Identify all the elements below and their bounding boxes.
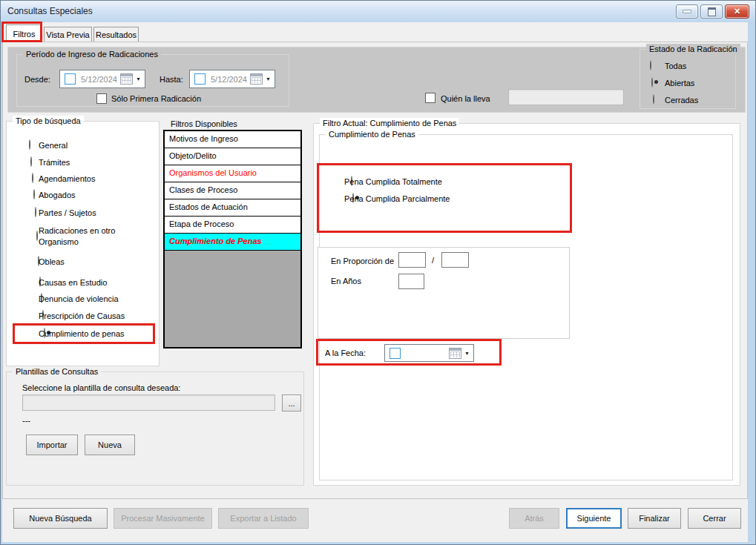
desde-datepicker-checkbox[interactable]: [65, 73, 76, 85]
consultas-especiales-window: Consultas Especiales ✕ Filtros Vista Pre…: [0, 0, 756, 545]
radio-prescripcion-de-causas-label[interactable]: Prescripción de Causas: [39, 311, 125, 322]
list-item-estados-de-actuacion[interactable]: Estados de Actuación: [165, 199, 300, 217]
a-la-fecha-datepicker-checkbox[interactable]: [389, 348, 401, 359]
radio-pena-cumplida-parcialmente-label[interactable]: Pena Cumplida Parcialmente: [344, 194, 450, 205]
tab-vista-previa[interactable]: Vista Previa: [44, 27, 92, 42]
radio-agendamientos-label[interactable]: Agendamientos: [39, 174, 95, 185]
plantilla-input[interactable]: [22, 394, 275, 411]
restore-button[interactable]: [700, 4, 723, 19]
radio-causas-en-estudio-label[interactable]: Causas en Estudio: [39, 277, 107, 288]
importar-button[interactable]: Importar: [26, 435, 78, 455]
tab-resultados-label: Resultados: [96, 30, 137, 39]
dropdown-arrow-icon[interactable]: ▼: [136, 76, 141, 82]
browse-button-label: ...: [288, 399, 295, 408]
solo-primera-label[interactable]: Sólo Primera Radicación: [111, 93, 201, 105]
hasta-label: Hasta:: [160, 74, 183, 85]
close-button[interactable]: ✕: [725, 4, 749, 19]
finalizar-button-label: Finalizar: [639, 514, 670, 523]
radio-todas[interactable]: [650, 60, 651, 70]
radio-general-label[interactable]: General: [39, 140, 68, 151]
radio-cumplimiento-de-penas-label[interactable]: Cumplimiento de penas: [39, 328, 125, 340]
tipo-busqueda-group-title: Tipo de búsqueda: [13, 116, 84, 127]
radio-agendamientos[interactable]: [32, 173, 33, 183]
minimize-icon: [683, 10, 691, 13]
siguiente-button[interactable]: Siguiente: [566, 508, 622, 529]
tab-filtros[interactable]: Filtros: [6, 24, 42, 42]
dropdown-arrow-icon[interactable]: ▼: [464, 351, 470, 356]
tab-resultados[interactable]: Resultados: [93, 27, 139, 42]
hasta-datepicker-checkbox[interactable]: [194, 73, 206, 85]
plantillas-group-title: Plantillas de Consultas: [13, 366, 101, 377]
minimize-button[interactable]: [676, 4, 698, 19]
radio-abiertas[interactable]: [651, 77, 653, 87]
radio-cerradas[interactable]: [653, 94, 654, 105]
atras-button-label: Atrás: [525, 514, 544, 523]
procesar-masivamente-button-label: Procesar Masivamente: [121, 514, 205, 523]
radio-pena-cumplida-totalmente-label[interactable]: Pena Cumplida Totalmente: [344, 176, 442, 188]
radio-abiertas-label[interactable]: Abiertas: [665, 78, 694, 89]
calendar-icon: [120, 73, 133, 85]
radio-todas-label[interactable]: Todas: [665, 61, 686, 72]
atras-button[interactable]: Atrás: [509, 508, 559, 529]
calendar-icon: [449, 348, 461, 359]
quien-la-lleva-input[interactable]: [508, 89, 624, 105]
list-item-organismos-del-usuario[interactable]: Organismos del Usuario: [165, 165, 300, 182]
radio-radicaciones-otro-organismo[interactable]: [36, 231, 38, 241]
hasta-datepicker-value: 5/12/2024: [211, 75, 250, 84]
list-item-clases-de-proceso[interactable]: Clases de Proceso: [165, 182, 300, 199]
cumplimiento-penas-group-title: Cumplimiento de Penas: [326, 129, 418, 140]
exportar-a-listado-button-label: Exportar a Listado: [230, 514, 296, 523]
window-titlebar: [1, 1, 755, 22]
radio-tramites[interactable]: [30, 156, 32, 167]
cerrar-button[interactable]: Cerrar: [688, 508, 741, 529]
anios-label: En Años: [331, 276, 361, 287]
radio-obleas-label[interactable]: Obleas: [39, 257, 65, 268]
dashes-label: ---: [22, 415, 30, 426]
radio-denuncia-de-violencia-label[interactable]: Denuncia de violencia: [39, 294, 119, 305]
browse-button[interactable]: ...: [282, 394, 301, 412]
tab-vista-previa-label: Vista Previa: [46, 30, 90, 39]
list-item-motivos-de-ingreso[interactable]: Motivos de Ingreso: [165, 131, 300, 148]
nueva-button[interactable]: Nueva: [85, 435, 135, 455]
radio-partes-sujetos[interactable]: [35, 207, 36, 217]
plantilla-instruction-label: Seleccione la plantilla de consulta dese…: [22, 383, 180, 394]
a-la-fecha-datepicker[interactable]: ▼: [384, 344, 474, 362]
window-title: Consultas Especiales: [7, 6, 93, 16]
quien-la-lleva-checkbox[interactable]: [425, 93, 435, 103]
hasta-datepicker[interactable]: 5/12/2024 ▼: [189, 70, 275, 88]
exportar-a-listado-button[interactable]: Exportar a Listado: [218, 508, 309, 529]
dropdown-arrow-icon[interactable]: ▼: [266, 76, 271, 82]
desde-label: Desde:: [24, 74, 50, 85]
radio-general[interactable]: [29, 139, 30, 150]
radio-tramites-label[interactable]: Trámites: [39, 157, 70, 168]
nueva-busqueda-button-label: Nueva Búsqueda: [29, 514, 91, 523]
tab-filtros-label: Filtros: [13, 30, 36, 39]
radio-abogados-label[interactable]: Abogados: [39, 190, 76, 201]
radio-abogados[interactable]: [33, 189, 35, 199]
siguiente-button-label: Siguiente: [577, 514, 611, 523]
list-item-cumplimiento-de-penas[interactable]: Cumplimiento de Penas: [165, 234, 300, 251]
anios-input[interactable]: [398, 274, 424, 289]
finalizar-button[interactable]: Finalizar: [628, 508, 681, 529]
quien-la-lleva-label[interactable]: Quién la lleva: [441, 93, 490, 105]
desde-datepicker[interactable]: 5/12/2024 ▼: [59, 70, 145, 88]
proporcion-input-2[interactable]: [441, 252, 469, 268]
filtro-actual-group-title: Filtro Actual: Cumplimiento de Penas: [320, 118, 459, 129]
list-item-etapa-de-proceso[interactable]: Etapa de Proceso: [165, 217, 300, 234]
nueva-button-label: Nueva: [98, 440, 122, 449]
importar-button-label: Importar: [37, 440, 68, 449]
radio-cerradas-label[interactable]: Cerradas: [665, 95, 698, 106]
radio-partes-sujetos-label[interactable]: Partes / Sujetos: [39, 208, 96, 219]
estado-group-title: Estado de la Radicación: [646, 44, 740, 55]
radio-radicaciones-otro-organismo-label[interactable]: Radicaciones en otro Organismo: [39, 225, 146, 248]
calendar-icon: [250, 73, 263, 85]
procesar-masivamente-button[interactable]: Procesar Masivamente: [114, 508, 212, 529]
list-item-objeto-delito[interactable]: Objeto/Delito: [165, 148, 300, 165]
proporcion-input-1[interactable]: [398, 252, 426, 268]
proporcion-label: En Proporción de: [331, 256, 394, 267]
nueva-busqueda-button[interactable]: Nueva Búsqueda: [13, 508, 108, 529]
slash-label: /: [432, 255, 434, 266]
filtros-disponibles-list[interactable]: Motivos de Ingreso Objeto/Delito Organis…: [163, 130, 302, 349]
a-la-fecha-label: A la Fecha:: [325, 348, 366, 359]
solo-primera-checkbox[interactable]: [96, 93, 107, 104]
